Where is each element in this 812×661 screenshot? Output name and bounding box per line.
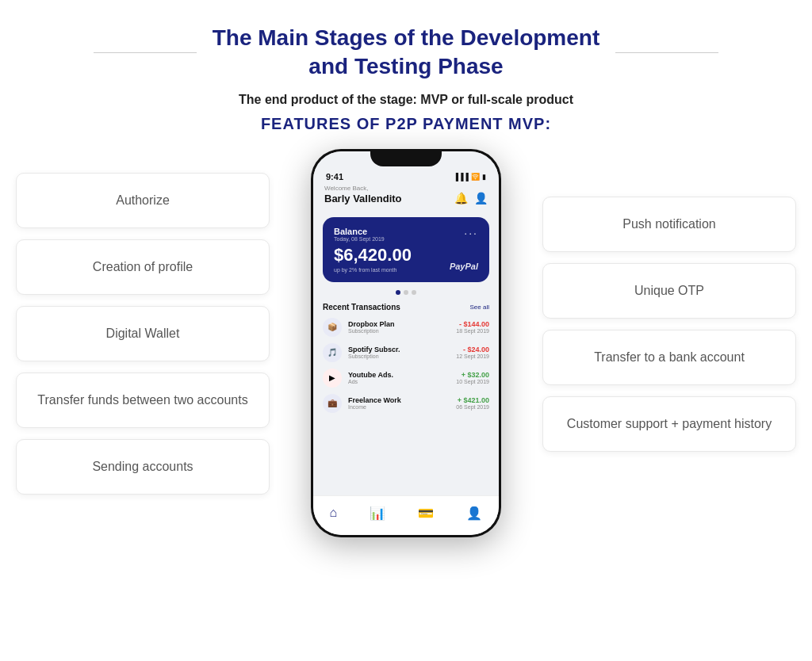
transaction-amount-spotify: - $24.00 <box>456 346 489 353</box>
nav-card-icon[interactable]: 💳 <box>418 506 434 521</box>
balance-menu-dots[interactable]: ··· <box>464 227 478 239</box>
user-name: Barly Vallendito <box>324 193 402 204</box>
transaction-type-dropbox: Subscription <box>348 328 450 334</box>
header-divider-left <box>94 52 197 53</box>
phone-notch <box>370 149 442 166</box>
phone-inner: 9:41 ▐▐▐ 🛜 ▮ Welcome Back, Barly Val <box>313 151 499 535</box>
feature-label-bank-transfer: Transfer to a bank account <box>594 349 745 366</box>
phone-center: 9:41 ▐▐▐ 🛜 ▮ Welcome Back, Barly Val <box>303 149 509 537</box>
transaction-name-spotify: Spotify Subscr. <box>348 346 450 353</box>
page-wrapper: The Main Stages of the Development and T… <box>0 0 812 661</box>
transaction-item-spotify: 🎵 Spotify Subscr. Subscription - $24.00 … <box>323 343 489 362</box>
balance-label: Balance <box>334 227 385 236</box>
left-features: Authorize Creation of profile Digital Wa… <box>16 149 270 495</box>
signal-icon: ▐▐▐ <box>454 173 469 181</box>
feature-card-transfer: Transfer funds between two accounts <box>16 373 270 428</box>
right-features: Push notification Unique OTP Transfer to… <box>542 149 796 452</box>
feature-label-wallet: Digital Wallet <box>106 325 180 342</box>
feature-card-otp: Unique OTP <box>542 263 796 319</box>
battery-icon: ▮ <box>482 173 486 181</box>
transaction-info-youtube: Youtube Ads. Ads <box>348 371 450 384</box>
nav-chart-icon[interactable]: 📊 <box>370 506 385 521</box>
transaction-type-youtube: Ads <box>348 379 450 384</box>
welcome-text: Welcome Back, <box>324 185 402 192</box>
feature-card-bank-transfer: Transfer to a bank account <box>542 330 796 385</box>
transaction-amount-freelance: + $421.00 <box>456 396 489 404</box>
transaction-info-spotify: Spotify Subscr. Subscription <box>348 346 450 359</box>
bell-icon[interactable]: 🔔 <box>454 192 468 204</box>
freelance-icon: 💼 <box>323 394 342 413</box>
feature-card-creation: Creation of profile <box>16 239 270 295</box>
feature-label-push: Push notification <box>622 216 715 233</box>
features-title: FEATURES OF P2P PAYMENT MVP: <box>16 115 796 133</box>
transaction-info-freelance: Freelance Work Income <box>348 396 450 410</box>
nav-profile-icon[interactable]: 👤 <box>466 506 482 521</box>
transaction-name-freelance: Freelance Work <box>348 396 450 404</box>
transaction-type-spotify: Subscription <box>348 353 450 359</box>
transaction-date-dropbox: 18 Sept 2019 <box>456 328 489 334</box>
phone-mockup: 9:41 ▐▐▐ 🛜 ▮ Welcome Back, Barly Val <box>311 149 501 537</box>
dropbox-icon: 📦 <box>323 318 342 337</box>
transaction-name-youtube: Youtube Ads. <box>348 371 450 379</box>
feature-label-sending: Sending accounts <box>92 458 193 476</box>
transaction-amount-dropbox: - $144.00 <box>456 320 489 328</box>
transaction-item-dropbox: 📦 Dropbox Plan Subscription - $144.00 18… <box>323 318 489 337</box>
transactions-header: Recent Transactions See all <box>323 303 489 311</box>
feature-card-sending: Sending accounts <box>16 439 270 495</box>
transaction-amount-col-freelance: + $421.00 06 Sept 2019 <box>456 396 489 410</box>
transaction-name-dropbox: Dropbox Plan <box>348 320 450 328</box>
status-time: 9:41 <box>326 172 343 181</box>
phone-header-row: Welcome Back, Barly Vallendito 🔔 👤 <box>323 185 489 212</box>
transaction-amount-col-dropbox: - $144.00 18 Sept 2019 <box>456 320 489 334</box>
transaction-date-youtube: 10 Sept 2019 <box>456 379 489 384</box>
feature-label-transfer: Transfer funds between two accounts <box>37 392 247 409</box>
status-icons: ▐▐▐ 🛜 ▮ <box>454 173 486 181</box>
spotify-icon: 🎵 <box>323 343 342 362</box>
transaction-info-dropbox: Dropbox Plan Subscription <box>348 320 450 334</box>
feature-label-creation: Creation of profile <box>93 258 193 276</box>
balance-card-header: Balance Today, 08 Sept 2019 ··· <box>334 227 478 242</box>
main-title: The Main Stages of the Development and T… <box>213 24 600 82</box>
transaction-amount-youtube: + $32.00 <box>456 371 489 379</box>
phone-user-info: Welcome Back, Barly Vallendito <box>324 185 402 212</box>
transaction-date-spotify: 12 Sept 2019 <box>456 353 489 359</box>
feature-label-otp: Unique OTP <box>634 282 704 300</box>
transaction-date-freelance: 06 Sept 2019 <box>456 404 489 410</box>
card-dot-2[interactable] <box>404 290 408 295</box>
balance-label-group: Balance Today, 08 Sept 2019 <box>334 227 385 242</box>
balance-date: Today, 08 Sept 2019 <box>334 236 385 242</box>
header-section: The Main Stages of the Development and T… <box>16 24 796 133</box>
transaction-item-youtube: ▶ Youtube Ads. Ads + $32.00 10 Sept 2019 <box>323 369 489 388</box>
feature-card-authorize: Authorize <box>16 173 270 228</box>
card-dot-3[interactable] <box>412 290 416 295</box>
subtitle: The end product of the stage: MVP or ful… <box>16 93 796 107</box>
phone-header-icons: 🔔 👤 <box>454 192 488 204</box>
transaction-type-freelance: Income <box>348 404 450 410</box>
phone-content: Welcome Back, Barly Vallendito 🔔 👤 <box>313 185 499 413</box>
feature-card-push: Push notification <box>542 197 796 252</box>
avatar-icon[interactable]: 👤 <box>474 192 488 204</box>
header-divider-wrapper: The Main Stages of the Development and T… <box>16 24 796 82</box>
header-divider-right <box>615 52 718 53</box>
paypal-logo: PayPal <box>450 262 478 271</box>
feature-card-support: Customer support + payment history <box>542 396 796 452</box>
main-content: Authorize Creation of profile Digital Wa… <box>16 149 796 537</box>
transaction-amount-col-youtube: + $32.00 10 Sept 2019 <box>456 371 489 384</box>
transactions-title: Recent Transactions <box>323 303 400 311</box>
feature-label-support: Customer support + payment history <box>567 415 772 433</box>
feature-label-authorize: Authorize <box>116 192 170 209</box>
youtube-icon: ▶ <box>323 369 342 388</box>
wifi-icon: 🛜 <box>471 173 480 181</box>
bottom-nav: ⌂ 📊 💳 👤 <box>313 495 499 535</box>
see-all-link[interactable]: See all <box>470 304 489 311</box>
transaction-item-freelance: 💼 Freelance Work Income + $421.00 06 Sep… <box>323 394 489 413</box>
feature-card-wallet: Digital Wallet <box>16 306 270 361</box>
card-dot-1[interactable] <box>396 290 400 295</box>
nav-home-icon[interactable]: ⌂ <box>330 506 338 520</box>
card-dots <box>323 290 489 295</box>
balance-card: Balance Today, 08 Sept 2019 ··· $6,420.0… <box>323 217 489 282</box>
transaction-amount-col-spotify: - $24.00 12 Sept 2019 <box>456 346 489 359</box>
